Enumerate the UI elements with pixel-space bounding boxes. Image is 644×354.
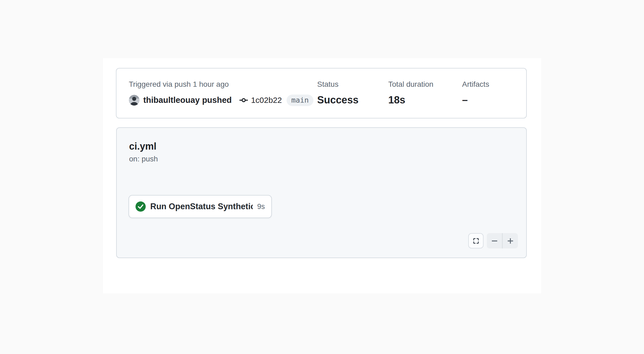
actor-action: pushed xyxy=(202,95,232,105)
fullscreen-icon xyxy=(472,237,480,245)
zoom-controls xyxy=(487,233,518,248)
plus-icon xyxy=(506,237,514,245)
job-duration: 9s xyxy=(257,203,265,211)
zoom-in-button[interactable] xyxy=(503,233,518,248)
stat-duration-value: 18s xyxy=(388,94,433,106)
avatar[interactable] xyxy=(129,95,140,106)
actor-row: thibaultleouay pushed 1c02b22 main xyxy=(129,94,313,107)
stat-duration-label: Total duration xyxy=(388,80,433,89)
git-commit-icon xyxy=(239,96,248,105)
run-summary-card: Triggered via push 1 hour ago thibaultle… xyxy=(116,68,527,118)
stat-status-value: Success xyxy=(317,94,358,106)
job-node[interactable]: Run OpenStatus Synthetic... 9s xyxy=(129,195,272,218)
minus-icon xyxy=(491,237,499,245)
content-surface: Triggered via push 1 hour ago thibaultle… xyxy=(103,58,541,293)
workflow-graph-card: ci.yml on: push Run OpenStatus Synthetic… xyxy=(116,127,527,258)
fullscreen-button[interactable] xyxy=(468,233,484,248)
stat-artifacts-label: Artifacts xyxy=(462,80,489,89)
workflow-file-name: ci.yml xyxy=(129,141,156,152)
actor-name[interactable]: thibaultleouay xyxy=(143,95,200,105)
commit-sha-link[interactable]: 1c02b22 xyxy=(251,96,282,105)
trigger-text: Triggered via push 1 hour ago xyxy=(129,80,229,89)
job-name: Run OpenStatus Synthetic... xyxy=(150,202,253,211)
stat-artifacts: Artifacts – xyxy=(462,80,489,106)
stat-artifacts-value: – xyxy=(462,94,489,106)
branch-badge: main xyxy=(287,95,313,106)
success-check-icon xyxy=(136,201,146,212)
stat-status: Status Success xyxy=(317,80,358,106)
stat-status-label: Status xyxy=(317,80,358,89)
zoom-out-button[interactable] xyxy=(487,233,502,248)
stat-duration: Total duration 18s xyxy=(388,80,433,106)
workflow-trigger: on: push xyxy=(129,155,158,163)
